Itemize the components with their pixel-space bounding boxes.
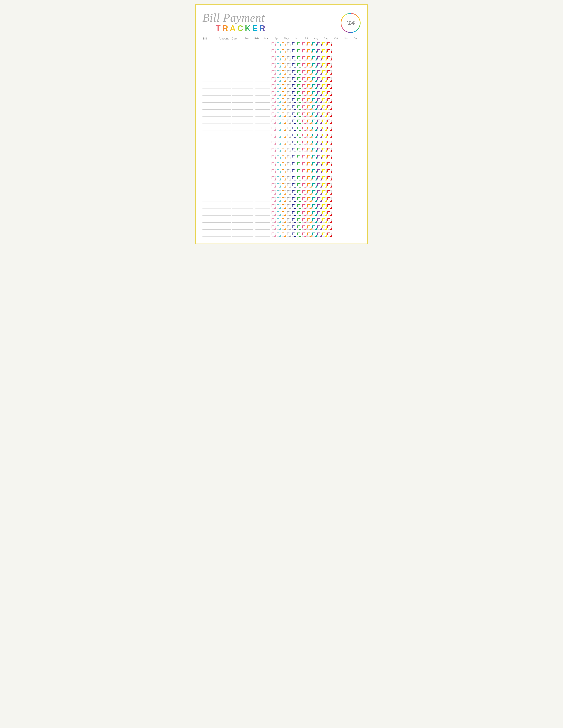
checkbox-aug[interactable] — [307, 190, 312, 195]
checkbox-dec[interactable] — [328, 204, 332, 209]
checkbox-sep[interactable] — [312, 77, 317, 82]
checkbox-sep[interactable] — [312, 211, 317, 216]
checkbox-apr[interactable] — [287, 233, 291, 237]
checkbox-oct[interactable] — [317, 169, 322, 173]
checkbox-feb[interactable] — [276, 197, 281, 202]
checkbox-apr[interactable] — [287, 127, 291, 131]
bill-field[interactable] — [202, 197, 231, 201]
checkbox-sep[interactable] — [312, 225, 317, 230]
checkbox-jul[interactable] — [302, 190, 307, 195]
checkbox-jul[interactable] — [302, 84, 307, 89]
checkbox-jun[interactable] — [297, 42, 302, 46]
checkbox-jan[interactable] — [271, 49, 276, 53]
checkbox-apr[interactable] — [287, 98, 291, 103]
checkbox-mar[interactable] — [282, 70, 286, 75]
amount-field[interactable] — [232, 197, 253, 201]
due-field[interactable] — [255, 120, 270, 124]
checkbox-apr[interactable] — [287, 70, 291, 75]
checkbox-oct[interactable] — [317, 162, 322, 166]
checkbox-dec[interactable] — [328, 70, 332, 75]
checkbox-feb[interactable] — [276, 70, 281, 75]
checkbox-apr[interactable] — [287, 162, 291, 166]
checkbox-oct[interactable] — [317, 211, 322, 216]
checkbox-jun[interactable] — [297, 148, 302, 152]
checkbox-nov[interactable] — [322, 155, 327, 159]
amount-field[interactable] — [232, 134, 253, 138]
checkbox-jul[interactable] — [302, 141, 307, 145]
checkbox-jul[interactable] — [302, 105, 307, 110]
checkbox-jun[interactable] — [297, 134, 302, 138]
bill-field[interactable] — [202, 183, 231, 187]
bill-field[interactable] — [202, 233, 231, 237]
checkbox-jan[interactable] — [271, 63, 276, 68]
amount-field[interactable] — [232, 226, 253, 230]
checkbox-may[interactable] — [292, 155, 296, 159]
checkbox-jan[interactable] — [271, 148, 276, 152]
checkbox-aug[interactable] — [307, 127, 312, 131]
checkbox-apr[interactable] — [287, 155, 291, 159]
due-field[interactable] — [255, 155, 270, 159]
checkbox-oct[interactable] — [317, 127, 322, 131]
checkbox-sep[interactable] — [312, 49, 317, 53]
checkbox-aug[interactable] — [307, 113, 312, 117]
checkbox-oct[interactable] — [317, 84, 322, 89]
checkbox-jan[interactable] — [271, 155, 276, 159]
checkbox-jan[interactable] — [271, 105, 276, 110]
checkbox-nov[interactable] — [322, 148, 327, 152]
amount-field[interactable] — [232, 84, 253, 88]
due-field[interactable] — [255, 99, 270, 103]
bill-field[interactable] — [202, 226, 231, 230]
checkbox-mar[interactable] — [282, 141, 286, 145]
bill-field[interactable] — [202, 120, 231, 124]
amount-field[interactable] — [232, 99, 253, 103]
checkbox-jan[interactable] — [271, 127, 276, 131]
checkbox-jul[interactable] — [302, 218, 307, 223]
checkbox-oct[interactable] — [317, 134, 322, 138]
checkbox-aug[interactable] — [307, 70, 312, 75]
checkbox-oct[interactable] — [317, 42, 322, 46]
bill-field[interactable] — [202, 92, 231, 96]
checkbox-sep[interactable] — [312, 155, 317, 159]
checkbox-may[interactable] — [292, 176, 296, 180]
due-field[interactable] — [255, 113, 270, 117]
amount-field[interactable] — [232, 70, 253, 74]
checkbox-dec[interactable] — [328, 225, 332, 230]
amount-field[interactable] — [232, 77, 253, 81]
checkbox-jul[interactable] — [302, 169, 307, 173]
bill-field[interactable] — [202, 42, 231, 46]
checkbox-apr[interactable] — [287, 218, 291, 223]
bill-field[interactable] — [202, 70, 231, 74]
checkbox-may[interactable] — [292, 120, 296, 124]
checkbox-aug[interactable] — [307, 204, 312, 209]
checkbox-apr[interactable] — [287, 169, 291, 173]
checkbox-sep[interactable] — [312, 190, 317, 195]
bill-field[interactable] — [202, 77, 231, 81]
checkbox-oct[interactable] — [317, 204, 322, 209]
checkbox-mar[interactable] — [282, 176, 286, 180]
amount-field[interactable] — [232, 219, 253, 223]
checkbox-jul[interactable] — [302, 183, 307, 188]
checkbox-oct[interactable] — [317, 70, 322, 75]
checkbox-nov[interactable] — [322, 63, 327, 68]
checkbox-may[interactable] — [292, 134, 296, 138]
checkbox-aug[interactable] — [307, 183, 312, 188]
checkbox-apr[interactable] — [287, 204, 291, 209]
checkbox-mar[interactable] — [282, 183, 286, 188]
checkbox-jan[interactable] — [271, 176, 276, 180]
checkbox-may[interactable] — [292, 49, 296, 53]
bill-field[interactable] — [202, 49, 231, 53]
checkbox-nov[interactable] — [322, 211, 327, 216]
amount-field[interactable] — [232, 155, 253, 159]
checkbox-nov[interactable] — [322, 218, 327, 223]
checkbox-aug[interactable] — [307, 148, 312, 152]
checkbox-jul[interactable] — [302, 134, 307, 138]
checkbox-nov[interactable] — [322, 120, 327, 124]
checkbox-aug[interactable] — [307, 98, 312, 103]
checkbox-jan[interactable] — [271, 134, 276, 138]
checkbox-may[interactable] — [292, 197, 296, 202]
checkbox-apr[interactable] — [287, 211, 291, 216]
checkbox-jul[interactable] — [302, 127, 307, 131]
checkbox-nov[interactable] — [322, 127, 327, 131]
checkbox-sep[interactable] — [312, 113, 317, 117]
checkbox-dec[interactable] — [328, 176, 332, 180]
